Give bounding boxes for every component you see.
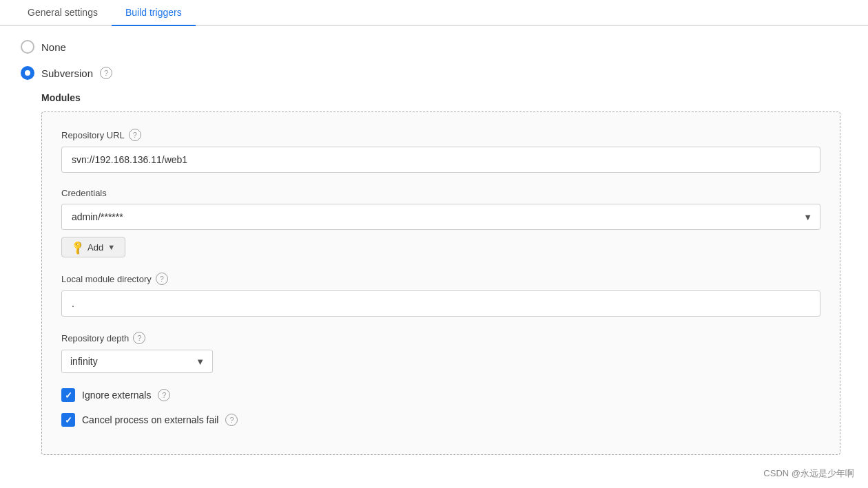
ignore-externals-help-icon[interactable]: ? xyxy=(158,389,170,401)
repository-url-help-icon[interactable]: ? xyxy=(129,129,141,141)
cancel-process-checkbox[interactable]: ✓ xyxy=(61,413,75,427)
main-content: None Subversion ? Modules Repository URL… xyxy=(0,26,868,469)
cancel-process-help-icon[interactable]: ? xyxy=(225,414,238,426)
credentials-group: Credentials admin/****** ▼ 🔑 Add ▼ xyxy=(61,188,820,257)
credentials-label: Credentials xyxy=(61,188,820,198)
tab-general-settings[interactable]: General settings xyxy=(14,0,112,26)
none-radio-button[interactable] xyxy=(21,40,34,54)
ignore-externals-row: ✓ Ignore externals ? xyxy=(61,388,820,402)
repository-url-label: Repository URL ? xyxy=(61,129,820,141)
tabs-bar: General settings Build triggers xyxy=(0,0,868,26)
repository-depth-label: Repository depth ? xyxy=(61,332,820,344)
cancel-process-checkmark: ✓ xyxy=(65,415,72,425)
modules-label: Modules xyxy=(41,92,847,103)
subversion-radio-row: Subversion ? xyxy=(21,66,847,80)
cancel-process-row: ✓ Cancel process on externals fail ? xyxy=(61,413,820,427)
local-module-directory-group: Local module directory ? xyxy=(61,273,820,317)
repository-depth-select[interactable]: infinity empty files immediates xyxy=(61,350,213,373)
subversion-radio-label: Subversion xyxy=(41,67,93,79)
add-credentials-button[interactable]: 🔑 Add ▼ xyxy=(61,237,125,257)
credentials-select-wrapper: admin/****** ▼ xyxy=(61,204,820,230)
tab-build-triggers[interactable]: Build triggers xyxy=(112,0,196,26)
subversion-radio-button[interactable] xyxy=(21,66,34,80)
watermark: CSDN @永远是少年啊 xyxy=(763,467,854,480)
cancel-process-label: Cancel process on externals fail xyxy=(82,414,218,425)
none-radio-row: None xyxy=(21,40,847,54)
local-module-directory-label: Local module directory ? xyxy=(61,273,820,285)
none-radio-label: None xyxy=(41,41,66,53)
local-module-directory-help-icon[interactable]: ? xyxy=(156,273,168,285)
local-module-directory-input[interactable] xyxy=(61,290,820,317)
add-dropdown-arrow-icon: ▼ xyxy=(107,243,115,251)
ignore-externals-checkbox[interactable]: ✓ xyxy=(61,388,75,402)
module-box: Repository URL ? Credentials admin/*****… xyxy=(41,112,840,455)
subversion-help-icon[interactable]: ? xyxy=(100,67,112,79)
repository-depth-group: Repository depth ? infinity empty files … xyxy=(61,332,820,373)
credentials-select[interactable]: admin/****** xyxy=(61,204,820,230)
ignore-externals-checkmark: ✓ xyxy=(65,390,72,401)
repository-url-group: Repository URL ? xyxy=(61,129,820,173)
ignore-externals-label: Ignore externals xyxy=(82,390,151,401)
repository-depth-select-wrapper: infinity empty files immediates ▼ xyxy=(61,350,213,373)
repository-url-input[interactable] xyxy=(61,147,820,173)
page-container: General settings Build triggers None Sub… xyxy=(0,0,868,488)
repository-depth-help-icon[interactable]: ? xyxy=(133,332,145,344)
key-icon: 🔑 xyxy=(70,239,85,255)
